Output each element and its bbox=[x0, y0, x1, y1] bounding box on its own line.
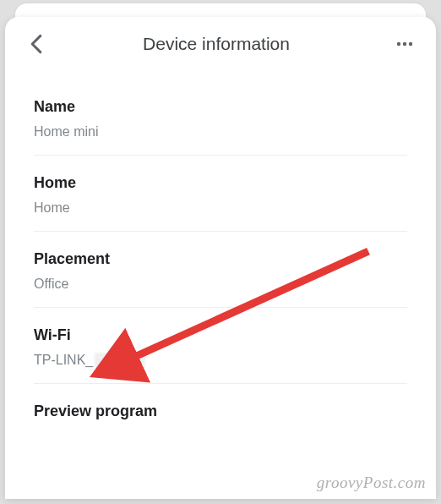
home-label: Home bbox=[34, 174, 407, 192]
wifi-redacted-portion bbox=[95, 353, 145, 368]
content-area: Name Home mini Home Home Placement Offic… bbox=[5, 71, 436, 444]
name-label: Name bbox=[34, 98, 407, 116]
svg-point-1 bbox=[403, 42, 406, 46]
more-horizontal-icon bbox=[396, 41, 413, 47]
section-home[interactable]: Home Home bbox=[34, 156, 407, 232]
placement-label: Placement bbox=[34, 250, 407, 268]
svg-point-0 bbox=[397, 42, 400, 46]
home-value: Home bbox=[34, 200, 407, 216]
header: Device information bbox=[5, 17, 436, 71]
svg-point-2 bbox=[409, 42, 412, 46]
section-name[interactable]: Name Home mini bbox=[34, 79, 407, 156]
device-info-card: Device information Name Home mini Home H… bbox=[5, 17, 436, 499]
page-title: Device information bbox=[41, 34, 392, 54]
section-preview-program[interactable]: Preview program bbox=[34, 384, 407, 444]
placement-value: Office bbox=[34, 277, 407, 292]
more-options-button[interactable] bbox=[392, 31, 417, 57]
wifi-label: Wi-Fi bbox=[34, 326, 407, 344]
section-wifi[interactable]: Wi-Fi TP-LINK_ bbox=[34, 308, 407, 384]
wifi-value-container: TP-LINK_ bbox=[34, 353, 145, 368]
card-stack: Device information Name Home mini Home H… bbox=[0, 0, 441, 504]
section-placement[interactable]: Placement Office bbox=[34, 232, 407, 308]
wifi-value: TP-LINK_ bbox=[34, 353, 93, 368]
preview-program-label: Preview program bbox=[34, 403, 407, 420]
name-value: Home mini bbox=[34, 124, 407, 140]
